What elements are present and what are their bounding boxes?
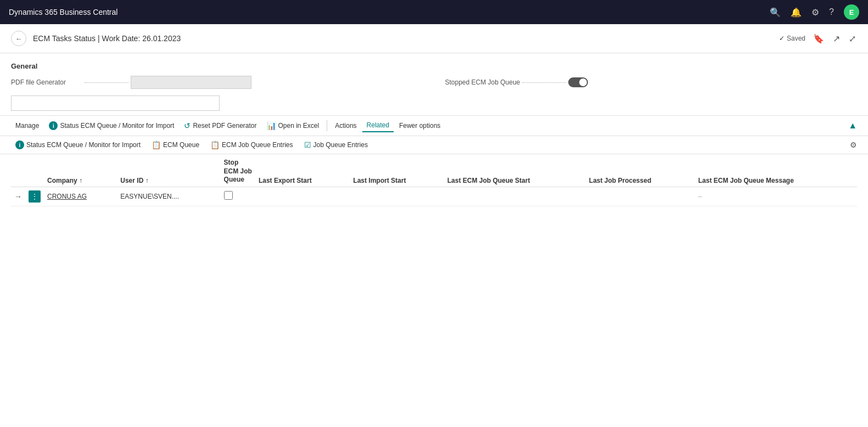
topbar: Dynamics 365 Business Central 🔍 🔔 ⚙ ? E — [0, 0, 868, 24]
th-last-ecm-job-queue-start: Last ECM Job Queue Start — [444, 154, 586, 187]
toolbar-actions[interactable]: Actions — [331, 120, 361, 132]
search-icon[interactable]: 🔍 — [770, 7, 781, 18]
customize-icon[interactable]: ⚙ — [850, 141, 857, 149]
th-arrow — [11, 154, 25, 187]
sub-toolbar-ecm-queue[interactable]: 📋 ECM Queue — [147, 138, 204, 151]
th-last-job-label: Last Job Processed — [589, 177, 651, 184]
page-header-actions: ✓ Saved 🔖 ↗ ⤢ — [779, 32, 857, 45]
row-last-import-cell — [350, 187, 444, 206]
row-last-export-cell — [255, 187, 350, 206]
toolbar-reset-pdf[interactable]: ↺ Reset PDF Generator — [180, 119, 261, 132]
bell-icon[interactable]: 🔔 — [791, 7, 802, 18]
data-table: Company ↑ User ID ↑ StopECM JobQueue Las… — [11, 154, 857, 206]
expand-icon[interactable]: ⤢ — [848, 32, 857, 45]
table-row: → ⋮ CRONUS AG EASYNUE\SVEN.... — [11, 187, 857, 206]
related-label: Related — [367, 121, 389, 129]
user-id-value: EASYNUE\SVEN.... — [120, 193, 179, 200]
company-name[interactable]: CRONUS AG — [47, 193, 87, 200]
row-user-id-cell: EASYNUE\SVEN.... — [117, 187, 220, 206]
stopped-ecm-field: Stopped ECM Job Queue — [445, 77, 858, 87]
avatar[interactable]: E — [844, 4, 859, 20]
page-header: ← ECM Tasks Status | Work Date: 26.01.20… — [0, 24, 868, 53]
job-queue-entries-label: Job Queue Entries — [313, 141, 368, 149]
check-icon: ✓ — [779, 35, 785, 42]
row-last-ecm-queue-cell — [444, 187, 586, 206]
row-company-cell[interactable]: CRONUS AG — [44, 187, 117, 206]
saved-text: Saved — [787, 35, 805, 42]
toolbar-status-ecm-queue[interactable]: i Status ECM Queue / Monitor for Import — [44, 119, 178, 132]
stop-ecm-checkbox[interactable] — [224, 191, 233, 200]
actions-label: Actions — [335, 122, 356, 130]
row-action-cell[interactable]: ⋮ — [25, 187, 44, 206]
job-queue-icon: ☑ — [304, 141, 311, 149]
topbar-icons: 🔍 🔔 ⚙ ? E — [770, 4, 859, 20]
pdf-dots — [85, 82, 128, 83]
ecm-job-queue-entries-label: ECM Job Queue Entries — [222, 141, 293, 149]
page-title: ECM Tasks Status | Work Date: 26.01.2023 — [33, 34, 779, 43]
sub-toolbar: i Status ECM Queue / Monitor for Import … — [0, 136, 868, 154]
sub-toolbar-ecm-job-queue-entries[interactable]: 📋 ECM Job Queue Entries — [206, 138, 297, 151]
toolbar-fewer-options[interactable]: Fewer options — [395, 120, 445, 132]
reset-pdf-icon: ↺ — [184, 121, 191, 130]
general-label: General — [11, 62, 857, 70]
row-last-ecm-msg-cell: – — [695, 187, 857, 206]
th-company-label: Company ↑ — [47, 177, 82, 184]
excel-icon: 📊 — [267, 121, 276, 130]
row-action-button[interactable]: ⋮ — [29, 190, 41, 203]
help-icon[interactable]: ? — [829, 7, 834, 17]
th-stop-ecm-label: StopECM JobQueue — [224, 159, 252, 183]
stopped-ecm-toggle[interactable] — [568, 77, 588, 87]
table-container: Company ↑ User ID ↑ StopECM JobQueue Las… — [0, 154, 868, 206]
toolbar-related[interactable]: Related — [362, 119, 394, 132]
open-excel-label: Open in Excel — [278, 122, 320, 130]
stopped-ecm-toggle-wrapper — [568, 77, 588, 87]
sub-toolbar-status-ecm-queue[interactable]: i Status ECM Queue / Monitor for Import — [11, 138, 145, 151]
pdf-file-generator-field: PDF file Generator — [11, 76, 423, 89]
th-last-ecm-msg-label: Last ECM Job Queue Message — [698, 177, 794, 184]
pdf-label: PDF file Generator — [11, 78, 82, 86]
general-section: General PDF file Generator Stopped ECM J… — [0, 53, 868, 115]
general-text-input[interactable] — [11, 95, 220, 111]
share-icon[interactable]: ↗ — [832, 32, 841, 45]
row-arrow-cell: → — [11, 187, 25, 206]
sub-info-icon: i — [15, 141, 24, 149]
th-last-job-processed: Last Job Processed — [586, 154, 695, 187]
th-last-import-start: Last Import Start — [350, 154, 444, 187]
th-last-ecm-queue-label: Last ECM Job Queue Start — [447, 177, 530, 184]
th-user-id-label: User ID ↑ — [120, 177, 148, 184]
reset-pdf-label: Reset PDF Generator — [193, 122, 256, 130]
th-company: Company ↑ — [44, 154, 117, 187]
th-last-ecm-job-queue-message: Last ECM Job Queue Message — [695, 154, 857, 187]
ecm-queue-icon: 📋 — [152, 141, 161, 149]
stopped-ecm-label: Stopped ECM Job Queue — [445, 78, 520, 86]
status-ecm-queue-label: Status ECM Queue / Monitor for Import — [60, 122, 174, 130]
th-last-export-start: Last Export Start — [255, 154, 350, 187]
fewer-options-label: Fewer options — [399, 122, 440, 130]
th-user-id: User ID ↑ — [117, 154, 220, 187]
info-icon: i — [49, 121, 58, 130]
bookmark-icon[interactable]: 🔖 — [812, 32, 825, 45]
stopped-ecm-dots — [522, 82, 566, 83]
sub-toolbar-job-queue-entries[interactable]: ☑ Job Queue Entries — [300, 138, 372, 151]
toolbar-separator — [327, 120, 327, 131]
filter-icon[interactable]: ▲ — [848, 121, 857, 131]
table-header-row: Company ↑ User ID ↑ StopECM JobQueue Las… — [11, 154, 857, 187]
th-stop-ecm-job-queue: StopECM JobQueue — [221, 154, 255, 187]
toolbar-open-excel[interactable]: 📊 Open in Excel — [262, 119, 324, 132]
th-last-import-label: Last Import Start — [353, 177, 406, 184]
th-action — [25, 154, 44, 187]
th-last-export-label: Last Export Start — [259, 177, 312, 184]
row-stop-ecm-cell[interactable] — [221, 187, 255, 206]
back-button[interactable]: ← — [11, 31, 26, 46]
page-container: ← ECM Tasks Status | Work Date: 26.01.20… — [0, 24, 868, 427]
row-last-job-cell — [586, 187, 695, 206]
ecm-job-queue-icon: 📋 — [210, 141, 220, 149]
main-toolbar: Manage i Status ECM Queue / Monitor for … — [0, 115, 868, 136]
text-input-row — [11, 93, 857, 111]
pdf-input[interactable] — [131, 76, 251, 89]
manage-label: Manage — [15, 122, 39, 130]
toolbar-manage[interactable]: Manage — [11, 120, 43, 132]
form-row-general: PDF file Generator Stopped ECM Job Queue — [11, 76, 857, 89]
gear-icon[interactable]: ⚙ — [811, 7, 819, 18]
ecm-queue-label: ECM Queue — [163, 141, 199, 149]
